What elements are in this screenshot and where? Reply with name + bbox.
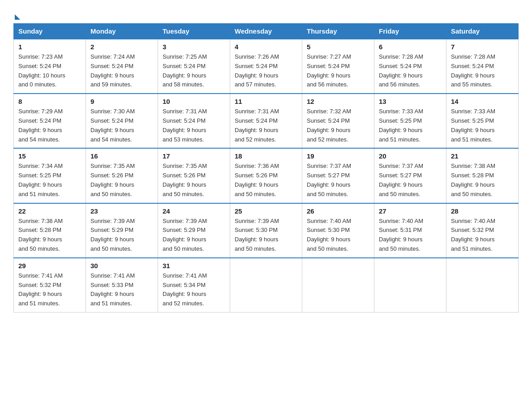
calendar-day-cell: 24Sunrise: 7:39 AMSunset: 5:29 PMDayligh…: [158, 203, 230, 258]
day-info: Sunrise: 7:24 AMSunset: 5:24 PMDaylight:…: [90, 52, 153, 90]
calendar-day-cell: 15Sunrise: 7:34 AMSunset: 5:25 PMDayligh…: [14, 148, 86, 203]
day-number: 7: [451, 43, 514, 51]
day-number: 27: [379, 207, 442, 215]
calendar-day-cell: 18Sunrise: 7:36 AMSunset: 5:26 PMDayligh…: [230, 148, 302, 203]
day-info: Sunrise: 7:39 AMSunset: 5:29 PMDaylight:…: [90, 217, 153, 254]
day-number: 9: [90, 98, 153, 105]
calendar-day-cell: 23Sunrise: 7:39 AMSunset: 5:29 PMDayligh…: [86, 203, 158, 258]
calendar-day-cell: 14Sunrise: 7:33 AMSunset: 5:25 PMDayligh…: [446, 94, 519, 148]
day-number: 23: [90, 207, 153, 215]
day-number: 14: [451, 98, 514, 105]
day-number: 10: [163, 98, 225, 105]
day-info: Sunrise: 7:35 AMSunset: 5:26 PMDaylight:…: [90, 162, 153, 199]
calendar-day-cell: 9Sunrise: 7:30 AMSunset: 5:24 PMDaylight…: [86, 94, 158, 148]
day-of-week-header: Wednesday: [230, 24, 302, 39]
day-info: Sunrise: 7:29 AMSunset: 5:24 PMDaylight:…: [18, 107, 81, 144]
calendar-day-cell: 10Sunrise: 7:31 AMSunset: 5:24 PMDayligh…: [158, 94, 230, 148]
calendar-day-cell: 6Sunrise: 7:28 AMSunset: 5:24 PMDaylight…: [374, 39, 446, 94]
day-info: Sunrise: 7:33 AMSunset: 5:25 PMDaylight:…: [451, 107, 514, 144]
calendar-table: SundayMondayTuesdayWednesdayThursdayFrid…: [13, 23, 519, 313]
day-number: 1: [18, 43, 81, 51]
calendar-day-cell: 21Sunrise: 7:38 AMSunset: 5:28 PMDayligh…: [446, 148, 519, 203]
day-number: 3: [163, 43, 225, 51]
day-info: Sunrise: 7:40 AMSunset: 5:30 PMDaylight:…: [307, 217, 369, 254]
day-number: 4: [235, 43, 297, 51]
day-info: Sunrise: 7:32 AMSunset: 5:24 PMDaylight:…: [307, 107, 369, 144]
day-number: 18: [235, 152, 297, 160]
day-info: Sunrise: 7:37 AMSunset: 5:27 PMDaylight:…: [307, 162, 369, 199]
logo: [13, 13, 20, 19]
day-of-week-header: Tuesday: [158, 24, 230, 39]
calendar-day-cell: 11Sunrise: 7:31 AMSunset: 5:24 PMDayligh…: [230, 94, 302, 148]
day-number: 15: [18, 152, 81, 160]
day-number: 5: [307, 43, 369, 51]
calendar-day-cell: 22Sunrise: 7:38 AMSunset: 5:28 PMDayligh…: [14, 203, 86, 258]
calendar-day-cell: 3Sunrise: 7:25 AMSunset: 5:24 PMDaylight…: [158, 39, 230, 94]
calendar-week-row: 29Sunrise: 7:41 AMSunset: 5:32 PMDayligh…: [14, 258, 519, 313]
calendar-day-cell: 31Sunrise: 7:41 AMSunset: 5:34 PMDayligh…: [158, 258, 230, 313]
day-info: Sunrise: 7:35 AMSunset: 5:26 PMDaylight:…: [163, 162, 225, 199]
calendar-day-cell: 16Sunrise: 7:35 AMSunset: 5:26 PMDayligh…: [86, 148, 158, 203]
day-number: 28: [451, 207, 514, 215]
day-number: 21: [451, 152, 514, 160]
calendar-day-cell: 28Sunrise: 7:40 AMSunset: 5:32 PMDayligh…: [446, 203, 519, 258]
calendar-day-cell: [230, 258, 302, 313]
calendar-day-cell: [446, 258, 519, 313]
day-info: Sunrise: 7:36 AMSunset: 5:26 PMDaylight:…: [235, 162, 297, 199]
calendar-day-cell: 30Sunrise: 7:41 AMSunset: 5:33 PMDayligh…: [86, 258, 158, 313]
day-number: 22: [18, 207, 81, 215]
calendar-day-cell: [302, 258, 374, 313]
day-info: Sunrise: 7:25 AMSunset: 5:24 PMDaylight:…: [163, 52, 225, 90]
day-info: Sunrise: 7:26 AMSunset: 5:24 PMDaylight:…: [235, 52, 297, 90]
day-number: 11: [235, 98, 297, 105]
calendar-day-cell: 25Sunrise: 7:39 AMSunset: 5:30 PMDayligh…: [230, 203, 302, 258]
day-number: 17: [163, 152, 225, 160]
calendar-day-cell: 29Sunrise: 7:41 AMSunset: 5:32 PMDayligh…: [14, 258, 86, 313]
day-number: 25: [235, 207, 297, 215]
day-number: 16: [90, 152, 153, 160]
calendar-day-cell: 13Sunrise: 7:33 AMSunset: 5:25 PMDayligh…: [374, 94, 446, 148]
day-of-week-header: Saturday: [446, 24, 519, 39]
calendar-week-row: 15Sunrise: 7:34 AMSunset: 5:25 PMDayligh…: [14, 148, 519, 203]
day-of-week-header: Thursday: [302, 24, 374, 39]
day-number: 20: [379, 152, 442, 160]
day-number: 6: [379, 43, 442, 51]
day-number: 8: [18, 98, 81, 105]
day-info: Sunrise: 7:31 AMSunset: 5:24 PMDaylight:…: [163, 107, 225, 144]
day-info: Sunrise: 7:38 AMSunset: 5:28 PMDaylight:…: [451, 162, 514, 199]
calendar-week-row: 22Sunrise: 7:38 AMSunset: 5:28 PMDayligh…: [14, 203, 519, 258]
day-info: Sunrise: 7:39 AMSunset: 5:29 PMDaylight:…: [163, 217, 225, 254]
day-number: 24: [163, 207, 225, 215]
calendar-day-cell: 27Sunrise: 7:40 AMSunset: 5:31 PMDayligh…: [374, 203, 446, 258]
day-info: Sunrise: 7:30 AMSunset: 5:24 PMDaylight:…: [90, 107, 153, 144]
day-number: 13: [379, 98, 442, 105]
day-info: Sunrise: 7:34 AMSunset: 5:25 PMDaylight:…: [18, 162, 81, 199]
day-info: Sunrise: 7:31 AMSunset: 5:24 PMDaylight:…: [235, 107, 297, 144]
day-number: 26: [307, 207, 369, 215]
calendar-day-cell: 8Sunrise: 7:29 AMSunset: 5:24 PMDaylight…: [14, 94, 86, 148]
day-info: Sunrise: 7:40 AMSunset: 5:32 PMDaylight:…: [451, 217, 514, 254]
day-info: Sunrise: 7:33 AMSunset: 5:25 PMDaylight:…: [379, 107, 442, 144]
day-of-week-header: Monday: [86, 24, 158, 39]
logo-arrow-icon: [15, 14, 20, 20]
calendar-day-cell: [374, 258, 446, 313]
calendar-day-cell: 17Sunrise: 7:35 AMSunset: 5:26 PMDayligh…: [158, 148, 230, 203]
day-info: Sunrise: 7:38 AMSunset: 5:28 PMDaylight:…: [18, 217, 81, 254]
day-number: 19: [307, 152, 369, 160]
calendar-header-row: SundayMondayTuesdayWednesdayThursdayFrid…: [14, 24, 519, 39]
day-number: 12: [307, 98, 369, 105]
calendar-day-cell: 1Sunrise: 7:23 AMSunset: 5:24 PMDaylight…: [14, 39, 86, 94]
day-info: Sunrise: 7:27 AMSunset: 5:24 PMDaylight:…: [307, 52, 369, 90]
day-info: Sunrise: 7:28 AMSunset: 5:24 PMDaylight:…: [451, 52, 514, 90]
day-number: 2: [90, 43, 153, 51]
day-info: Sunrise: 7:28 AMSunset: 5:24 PMDaylight:…: [379, 52, 442, 90]
calendar-day-cell: 7Sunrise: 7:28 AMSunset: 5:24 PMDaylight…: [446, 39, 519, 94]
day-of-week-header: Sunday: [14, 24, 86, 39]
calendar-day-cell: 19Sunrise: 7:37 AMSunset: 5:27 PMDayligh…: [302, 148, 374, 203]
calendar-day-cell: 2Sunrise: 7:24 AMSunset: 5:24 PMDaylight…: [86, 39, 158, 94]
calendar-day-cell: 4Sunrise: 7:26 AMSunset: 5:24 PMDaylight…: [230, 39, 302, 94]
day-number: 31: [163, 262, 225, 270]
calendar-day-cell: 26Sunrise: 7:40 AMSunset: 5:30 PMDayligh…: [302, 203, 374, 258]
page-header: [13, 9, 519, 19]
calendar-week-row: 1Sunrise: 7:23 AMSunset: 5:24 PMDaylight…: [14, 39, 519, 94]
